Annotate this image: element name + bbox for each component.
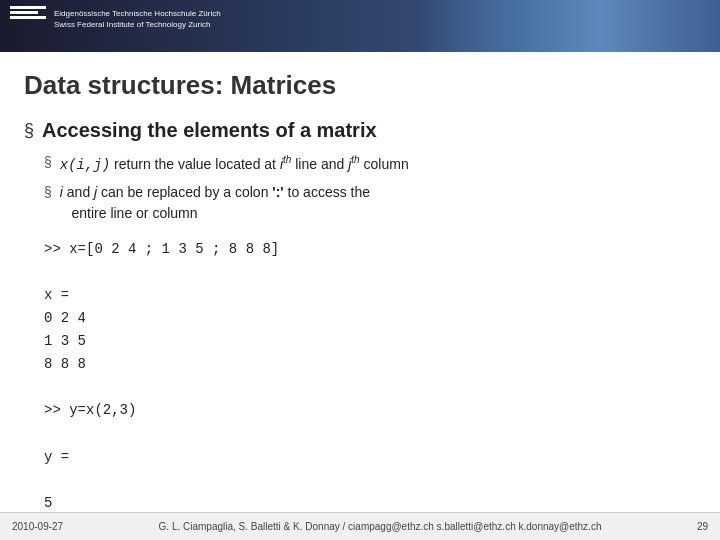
code-blank-2 <box>44 376 696 399</box>
eth-institution-text: Eidgenössische Technische Hochschule Zür… <box>54 8 221 30</box>
main-bullet-marker: § <box>24 120 34 141</box>
code-line-4: 1 3 5 <box>44 330 696 353</box>
header-banner: Eidgenössische Technische Hochschule Zür… <box>0 0 720 52</box>
sub-bullet-2-text: i and j can be replaced by a colon ':' t… <box>60 182 370 224</box>
sub-bullet-1-marker: § <box>44 154 52 170</box>
main-bullet-text: Accessing the elements of a matrix <box>42 119 377 142</box>
code-blank-4 <box>44 469 696 492</box>
th-sup-1: th <box>283 154 291 165</box>
code-line-6: >> y=x(2,3) <box>44 399 696 422</box>
xij-text: x(i,j) <box>60 157 110 173</box>
j-italic-2: j <box>94 184 97 200</box>
code-blank-3 <box>44 422 696 445</box>
code-line-5: 8 8 8 <box>44 353 696 376</box>
code-line-3: 0 2 4 <box>44 307 696 330</box>
code-line-7: y = <box>44 446 696 469</box>
th-sup-2: th <box>351 154 359 165</box>
main-content: Data structures: Matrices § Accessing th… <box>0 52 720 525</box>
code-line-2: x = <box>44 284 696 307</box>
sub-bullet-2: § i and j can be replaced by a colon ':'… <box>44 182 696 224</box>
logo-bar-1 <box>10 6 46 9</box>
logo-bar-3 <box>10 16 46 19</box>
sub-bullet-2-rest: can be replaced by a colon <box>101 184 268 200</box>
colon-text: ':' <box>272 184 283 200</box>
sub-bullet-1: § x(i,j) return the value located at ith… <box>44 152 696 176</box>
sub-bullet-2-marker: § <box>44 184 52 200</box>
code-section: >> x=[0 2 4 ; 1 3 5 ; 8 8 8] x = 0 2 4 1… <box>44 238 696 515</box>
footer: 2010-09-27 G. L. Ciampaglia, S. Balletti… <box>0 512 720 540</box>
code-blank-1 <box>44 261 696 284</box>
footer-page-number: 29 <box>697 521 708 532</box>
logo-bar-2 <box>10 11 38 14</box>
sub-bullet-1-mid: line and <box>295 156 348 172</box>
footer-authors: G. L. Ciampaglia, S. Balletti & K. Donna… <box>73 521 687 532</box>
footer-date: 2010-09-27 <box>12 521 63 532</box>
main-bullet: § Accessing the elements of a matrix <box>24 119 696 142</box>
sub-bullet-2-and: and <box>67 184 94 200</box>
code-line-1: >> x=[0 2 4 ; 1 3 5 ; 8 8 8] <box>44 238 696 261</box>
header-decorative-image <box>420 0 720 52</box>
i-italic-2: i <box>60 184 63 200</box>
sub-bullets: § x(i,j) return the value located at ith… <box>44 152 696 224</box>
bullet-section: § Accessing the elements of a matrix § x… <box>24 119 696 224</box>
sub-bullet-1-rest: return the value located at <box>114 156 280 172</box>
sub-bullet-1-text: x(i,j) return the value located at ith l… <box>60 152 409 176</box>
eth-logo <box>10 6 46 21</box>
page-title: Data structures: Matrices <box>24 70 696 101</box>
sub-bullet-1-end: column <box>364 156 409 172</box>
